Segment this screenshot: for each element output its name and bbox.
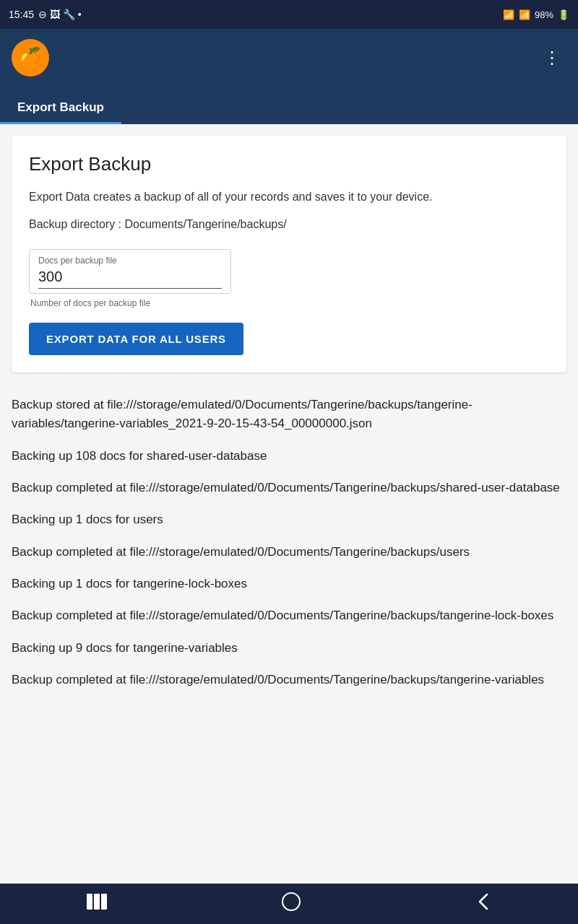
status-time: 15:45 (9, 9, 34, 20)
app-bar: 🍊 ⋮ (0, 29, 578, 87)
export-card-title: Export Backup (29, 153, 549, 175)
status-left: 15:45 ⊖ 🖼 🔧 • (9, 9, 82, 20)
export-card: Export Backup Export Data creates a back… (12, 136, 566, 372)
main-content: Export Backup Export Data creates a back… (0, 124, 578, 396)
signal-icon: 📶 (519, 9, 530, 20)
log-entry: Backup completed at file:///storage/emul… (12, 606, 566, 625)
battery-level: 98% (535, 9, 553, 20)
docs-per-backup-label: Docs per backup file (38, 256, 222, 266)
status-bar: 15:45 ⊖ 🖼 🔧 • 📶 📶 98% 🔋 (0, 0, 578, 29)
backup-directory: Backup directory : Documents/Tangerine/b… (29, 216, 549, 233)
docs-per-backup-helper: Number of docs per backup file (29, 298, 549, 308)
export-description: Export Data creates a backup of all of y… (29, 188, 549, 206)
log-entry: Backing up 9 docs for tangerine-variable… (12, 639, 566, 658)
nav-home-button[interactable] (267, 886, 316, 922)
svg-point-3 (282, 893, 300, 910)
log-entry: Backup stored at file:///storage/emulate… (12, 396, 566, 434)
svg-rect-0 (87, 894, 92, 910)
export-data-button[interactable]: EXPORT DATA FOR ALL USERS (29, 323, 243, 355)
tab-bar: Export Backup (0, 87, 578, 124)
tab-export-backup[interactable]: Export Backup (0, 93, 121, 124)
svg-rect-1 (94, 894, 100, 910)
docs-per-backup-input-wrapper: Docs per backup file (29, 249, 231, 294)
log-entry: Backing up 1 docs for tangerine-lock-box… (12, 575, 566, 593)
log-section: Backup stored at file:///storage/emulate… (0, 396, 578, 714)
log-entry: Backup completed at file:///storage/emul… (12, 543, 566, 562)
log-entry: Backing up 1 docs for users (12, 510, 566, 529)
overflow-menu-button[interactable]: ⋮ (538, 42, 566, 74)
docs-per-backup-input[interactable] (38, 269, 222, 289)
log-entry: Backup completed at file:///storage/emul… (12, 479, 566, 497)
nav-back-button[interactable] (461, 886, 506, 922)
status-icons: ⊖ 🖼 🔧 • (38, 9, 82, 20)
log-entry: Backing up 108 docs for shared-user-data… (12, 447, 566, 466)
svg-rect-2 (101, 894, 107, 910)
battery-icon: 🔋 (558, 9, 569, 20)
app-logo: 🍊 (12, 39, 49, 77)
wifi-icon: 📶 (503, 9, 514, 20)
status-right: 📶 📶 98% 🔋 (503, 9, 569, 20)
nav-recent-button[interactable] (72, 888, 121, 920)
log-entry: Backup completed at file:///storage/emul… (12, 671, 566, 689)
nav-bar (0, 884, 578, 924)
logo-emoji: 🍊 (18, 46, 43, 70)
